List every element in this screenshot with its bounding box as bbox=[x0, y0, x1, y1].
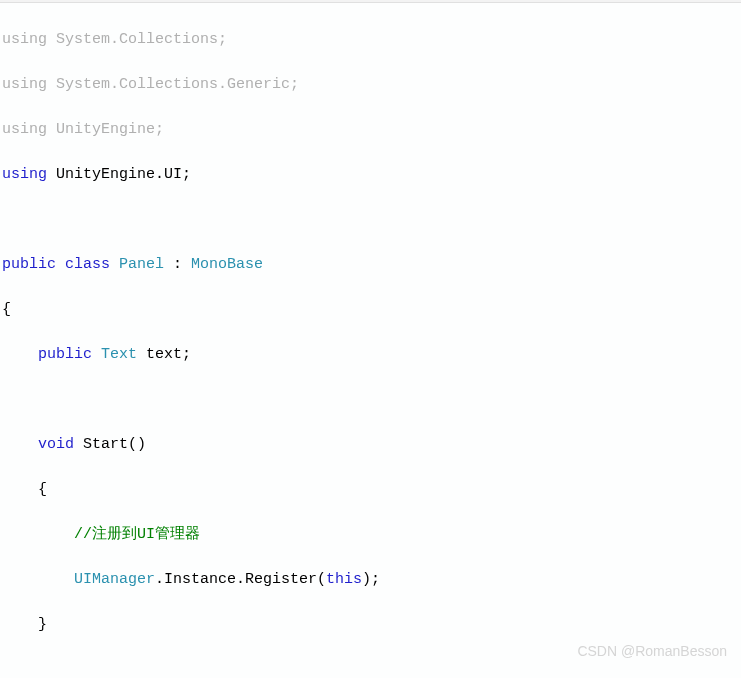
code-blank-line bbox=[2, 659, 741, 679]
code-line: public class Panel : MonoBase bbox=[2, 254, 741, 277]
code-editor-viewport: using System.Collections; using System.C… bbox=[0, 0, 741, 678]
type-text: Text bbox=[101, 346, 137, 363]
keyword-public: public bbox=[38, 346, 92, 363]
type-monobase: MonoBase bbox=[191, 256, 263, 273]
code-line: using UnityEngine.UI; bbox=[2, 164, 741, 187]
keyword-this: this bbox=[326, 571, 362, 588]
brace-close: } bbox=[2, 614, 741, 637]
code-text: ); bbox=[362, 571, 380, 588]
brace-open: { bbox=[2, 479, 741, 502]
type-panel: Panel bbox=[119, 256, 164, 273]
code-blank-line bbox=[2, 389, 741, 412]
comment: //注册到UI管理器 bbox=[74, 526, 200, 543]
keyword-class: class bbox=[65, 256, 110, 273]
inactive-using: using UnityEngine; bbox=[2, 121, 164, 138]
code-text: .Instance.Register( bbox=[155, 571, 326, 588]
keyword-using: using bbox=[2, 166, 47, 183]
code-blank-line bbox=[2, 209, 741, 232]
code-line: void Start() bbox=[2, 434, 741, 457]
editor-top-border bbox=[0, 0, 741, 3]
code-line: using System.Collections; bbox=[2, 29, 741, 52]
code-line: UIManager.Instance.Register(this); bbox=[2, 569, 741, 592]
inactive-using: using System.Collections; bbox=[2, 31, 227, 48]
code-line: //注册到UI管理器 bbox=[2, 524, 741, 547]
code-text: : bbox=[164, 256, 191, 273]
code-text: UnityEngine.UI; bbox=[47, 166, 191, 183]
code-line: public Text text; bbox=[2, 344, 741, 367]
inactive-using: using System.Collections.Generic; bbox=[2, 76, 299, 93]
keyword-public: public bbox=[2, 256, 56, 273]
code-line: using UnityEngine; bbox=[2, 119, 741, 142]
type-uimanager: UIManager bbox=[74, 571, 155, 588]
brace-open: { bbox=[2, 299, 741, 322]
code-text: Start() bbox=[74, 436, 146, 453]
code-line: using System.Collections.Generic; bbox=[2, 74, 741, 97]
code-text: text; bbox=[137, 346, 191, 363]
keyword-void: void bbox=[38, 436, 74, 453]
